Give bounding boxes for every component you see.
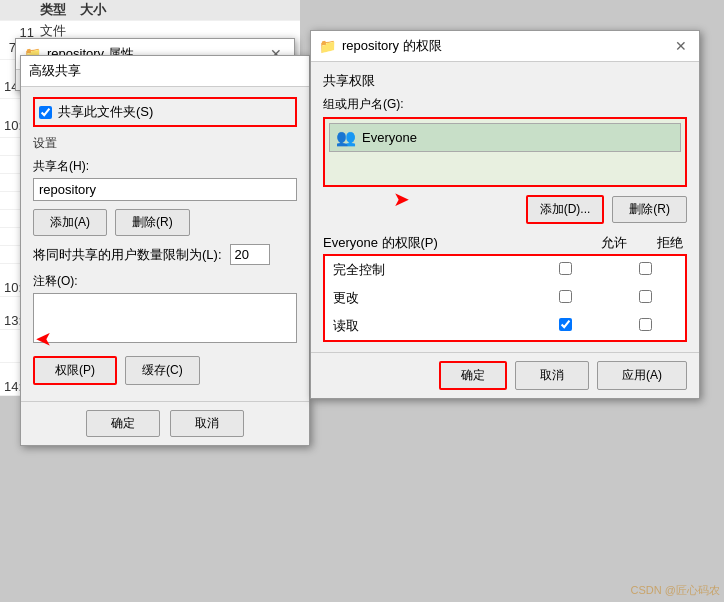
perm-read-deny[interactable] [606,312,686,341]
share-checkbox-label[interactable]: 共享此文件夹(S) [58,103,153,121]
shared-perm-label: 共享权限 [323,72,687,90]
advanced-cancel-button[interactable]: 取消 [170,410,244,437]
permission-ok-button[interactable]: 确定 [439,361,507,390]
permission-titlebar: 📁 repository 的权限 ✕ [311,31,699,62]
permissions-button[interactable]: 权限(P) [33,356,117,385]
perm-read-allow[interactable] [525,312,605,341]
perm-btn-area: ➤ 添加(D)... 删除(R) [323,195,687,224]
perm-full-control-allow[interactable] [525,255,605,284]
remove-button[interactable]: 删除(R) [612,196,687,223]
advanced-footer: 确定 取消 [21,401,309,445]
perm-folder-icon: 📁 [319,38,336,54]
change-deny-checkbox[interactable] [639,290,652,303]
advanced-ok-button[interactable]: 确定 [86,410,160,437]
watermark: CSDN @匠心码农 [631,583,720,598]
add-button[interactable]: 添加(A) [33,209,107,236]
perm-full-control-deny[interactable] [606,255,686,284]
permissions-table: 完全控制 更改 读取 [323,254,687,342]
read-allow-checkbox[interactable] [559,318,572,331]
perm-row-full-control: 完全控制 [324,255,686,284]
arrow-to-permissions: ➤ [35,328,52,352]
perm-for-label: Everyone 的权限(P) [323,234,438,252]
perm-cache-row: 权限(P) 缓存(C) [33,356,297,385]
perm-read-label: 读取 [324,312,525,341]
share-name-input[interactable] [33,178,297,201]
group-list: 👥 Everyone [323,117,687,187]
perm-change-allow[interactable] [525,284,605,312]
limit-row: 将同时共享的用户数量限制为(L): [33,244,297,265]
perm-for-header: Everyone 的权限(P) 允许 拒绝 [323,234,687,252]
limit-label: 将同时共享的用户数量限制为(L): [33,246,222,264]
arrow-to-add: ➤ [393,187,410,211]
advanced-sharing-titlebar: 高级共享 [21,56,309,87]
perm-full-control-label: 完全控制 [324,255,525,284]
add-delete-row: 添加(A) 删除(R) [33,209,297,236]
allow-col-label: 允许 [601,234,627,252]
bg-col-header: 类型 大小 [0,0,300,21]
perm-change-label: 更改 [324,284,525,312]
advanced-sharing-dialog: 高级共享 共享此文件夹(S) 设置 共享名(H): 添加(A) 删除(R) 将同… [20,55,310,446]
perm-row-change: 更改 [324,284,686,312]
full-control-allow-checkbox[interactable] [559,262,572,275]
permission-body: 共享权限 组或用户名(G): 👥 Everyone ➤ 添加(D)... 删除(… [311,62,699,352]
user-group-icon: 👥 [336,128,356,147]
cache-button[interactable]: 缓存(C) [125,356,200,385]
limit-input[interactable] [230,244,270,265]
read-deny-checkbox[interactable] [639,318,652,331]
perm-row-read: 读取 [324,312,686,341]
note-label: 注释(O): [33,273,297,290]
permission-title: repository 的权限 [342,37,442,55]
group-label: 组或用户名(G): [323,96,687,113]
share-folder-row: 共享此文件夹(S) [33,97,297,127]
everyone-label: Everyone [362,130,417,145]
permission-apply-button[interactable]: 应用(A) [597,361,687,390]
permission-close-button[interactable]: ✕ [671,38,691,54]
settings-label: 设置 [33,135,297,152]
everyone-item[interactable]: 👥 Everyone [329,123,681,152]
settings-group: 设置 共享名(H): [33,135,297,201]
change-allow-checkbox[interactable] [559,290,572,303]
full-control-deny-checkbox[interactable] [639,262,652,275]
share-name-label: 共享名(H): [33,158,297,175]
note-group: 注释(O): [33,273,297,346]
advanced-sharing-title: 高级共享 [29,62,81,80]
permission-dialog: 📁 repository 的权限 ✕ 共享权限 组或用户名(G): 👥 Ever… [310,30,700,399]
deny-col-label: 拒绝 [657,234,683,252]
add-d-button[interactable]: 添加(D)... [526,195,605,224]
note-textarea[interactable] [33,293,297,343]
permission-cancel-button[interactable]: 取消 [515,361,589,390]
delete-button[interactable]: 删除(R) [115,209,190,236]
advanced-sharing-body: 共享此文件夹(S) 设置 共享名(H): 添加(A) 删除(R) 将同时共享的用… [21,87,309,401]
perm-change-deny[interactable] [606,284,686,312]
share-checkbox[interactable] [39,106,52,119]
permission-footer: 确定 取消 应用(A) [311,352,699,398]
